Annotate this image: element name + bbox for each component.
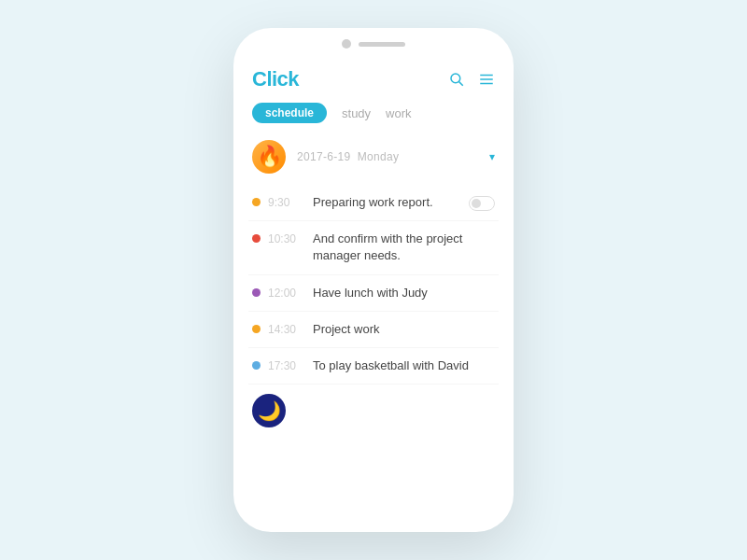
- task-item: 10:30 And confirm with the project manag…: [248, 221, 499, 274]
- date-row: 🔥 2017-6-19 Monday ▾: [248, 133, 499, 181]
- menu-icon[interactable]: [478, 71, 495, 88]
- svg-line-1: [459, 82, 463, 86]
- app-header: Click: [233, 56, 514, 99]
- task-dot: [252, 325, 261, 333]
- task-text: Have lunch with Judy: [313, 285, 495, 301]
- task-dot: [252, 288, 261, 297]
- task-time: 9:30: [268, 196, 303, 209]
- phone-camera: [342, 39, 351, 49]
- schedule-area: 🔥 2017-6-19 Monday ▾ 9:30 Preparing work…: [233, 133, 514, 532]
- task-time: 10:30: [268, 232, 303, 245]
- task-item: 17:30 To play basketball with David: [248, 348, 499, 385]
- task-dot: [252, 198, 261, 206]
- date-dropdown-icon[interactable]: ▾: [489, 150, 495, 163]
- task-text: Preparing work report.: [313, 194, 461, 211]
- task-time: 17:30: [268, 359, 303, 372]
- date-text: 2017-6-19 Monday: [297, 150, 489, 163]
- task-dot: [252, 361, 261, 370]
- search-icon[interactable]: [448, 71, 465, 88]
- task-toggle[interactable]: [469, 196, 495, 211]
- svg-point-0: [451, 74, 460, 83]
- phone-speaker: [359, 42, 405, 47]
- task-text: To play basketball with David: [313, 357, 495, 374]
- nav-tabs: schedule study work: [233, 99, 514, 133]
- tab-schedule[interactable]: schedule: [252, 103, 327, 123]
- header-icons: [448, 71, 495, 88]
- task-text: Project work: [313, 321, 495, 338]
- phone-shell: Click schedule study work: [233, 28, 514, 532]
- task-text: And confirm with the project manager nee…: [313, 231, 495, 264]
- app-logo: Click: [252, 67, 299, 91]
- tab-study[interactable]: study: [342, 106, 371, 120]
- tab-work[interactable]: work: [386, 106, 411, 120]
- task-item: 14:30 Project work: [248, 312, 499, 348]
- moon-avatar: 🌙: [252, 394, 286, 427]
- task-item: 9:30 Preparing work report.: [248, 185, 499, 221]
- task-item: 12:00 Have lunch with Judy: [248, 275, 499, 312]
- task-time: 12:00: [268, 287, 303, 300]
- task-time: 14:30: [268, 323, 303, 336]
- app-content: Click schedule study work: [233, 56, 514, 532]
- task-dot: [252, 234, 261, 243]
- phone-top-bar: [233, 28, 514, 56]
- sun-avatar: 🔥: [252, 140, 286, 174]
